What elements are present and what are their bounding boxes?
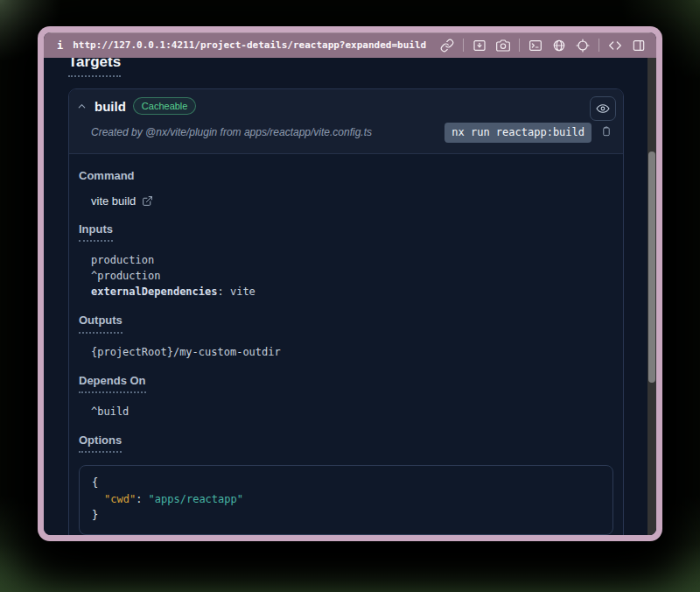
project-details-content: Targets build Cacheable C xyxy=(44,58,656,535)
build-target-header[interactable]: build Cacheable Created by @nx/vite/plug… xyxy=(69,89,623,154)
section-command-label: Command xyxy=(79,170,614,182)
toolbar-actions xyxy=(439,38,647,53)
build-target-body: Command vite build Inputs production ^pr… xyxy=(69,154,623,535)
input-item: ^production xyxy=(91,268,614,284)
created-by-text: Created by @nx/vite/plugin from apps/rea… xyxy=(91,126,372,138)
browser-toolbar: i http://127.0.0.1:4211/project-details/… xyxy=(44,32,656,58)
terminal-icon[interactable] xyxy=(528,38,543,53)
build-target-title-row: build Cacheable xyxy=(76,97,614,115)
command-value: vite build xyxy=(91,193,614,208)
target-name: build xyxy=(94,99,126,114)
address-url[interactable]: http://127.0.0.1:4211/project-details/re… xyxy=(73,39,426,51)
build-target-card: build Cacheable Created by @nx/vite/plug… xyxy=(68,88,624,535)
targets-heading: Targets xyxy=(68,58,624,77)
desktop: { "toolbar": { "info_glyph": "i", "url":… xyxy=(0,0,700,592)
split-view-icon[interactable] xyxy=(631,38,647,53)
section-depends-on-label: Depends On xyxy=(79,375,614,393)
code-icon[interactable] xyxy=(607,38,623,53)
crosshair-icon[interactable] xyxy=(575,38,591,53)
link-icon[interactable] xyxy=(439,38,455,53)
cacheable-badge: Cacheable xyxy=(133,97,197,115)
toolbar-divider xyxy=(598,39,599,52)
copy-command-button[interactable] xyxy=(598,124,613,140)
input-item: externalDependencies: vite xyxy=(91,284,614,300)
scrollbar-thumb[interactable] xyxy=(648,152,655,383)
build-target-meta-row: Created by @nx/vite/plugin from apps/rea… xyxy=(76,123,614,143)
external-link-icon[interactable] xyxy=(142,195,153,207)
camera-icon[interactable] xyxy=(495,38,511,53)
depends-on-list: ^build xyxy=(91,404,614,419)
toolbar-divider xyxy=(463,39,464,52)
code-line: { xyxy=(92,475,600,491)
toolbar-divider xyxy=(519,39,520,52)
section-options-label: Options xyxy=(79,434,614,453)
code-line: } xyxy=(92,507,600,524)
depends-on-item: ^build xyxy=(91,404,614,419)
output-item: {projectRoot}/my-custom-outdir xyxy=(91,344,614,360)
run-command-chip: nx run reactapp:build xyxy=(444,123,592,143)
clipboard-icon xyxy=(600,124,612,138)
outputs-list: {projectRoot}/my-custom-outdir xyxy=(91,344,614,360)
input-item: production xyxy=(91,252,614,268)
section-outputs-label: Outputs xyxy=(79,314,614,333)
code-line: "cwd": "apps/reactapp" xyxy=(92,491,600,508)
view-target-button[interactable] xyxy=(590,96,616,121)
eye-icon xyxy=(596,102,610,116)
section-inputs-label: Inputs xyxy=(79,223,614,242)
inputs-list: production ^production externalDependenc… xyxy=(91,252,614,300)
download-icon[interactable] xyxy=(472,38,487,53)
browser-window: i http://127.0.0.1:4211/project-details/… xyxy=(38,26,662,541)
browser-window-inner: i http://127.0.0.1:4211/project-details/… xyxy=(44,32,656,535)
scrollbar[interactable] xyxy=(648,58,656,535)
globe-icon[interactable] xyxy=(551,38,567,53)
chevron-up-icon[interactable] xyxy=(76,101,88,112)
options-code-block: { "cwd": "apps/reactapp" } xyxy=(79,465,613,535)
info-icon: i xyxy=(57,39,63,52)
